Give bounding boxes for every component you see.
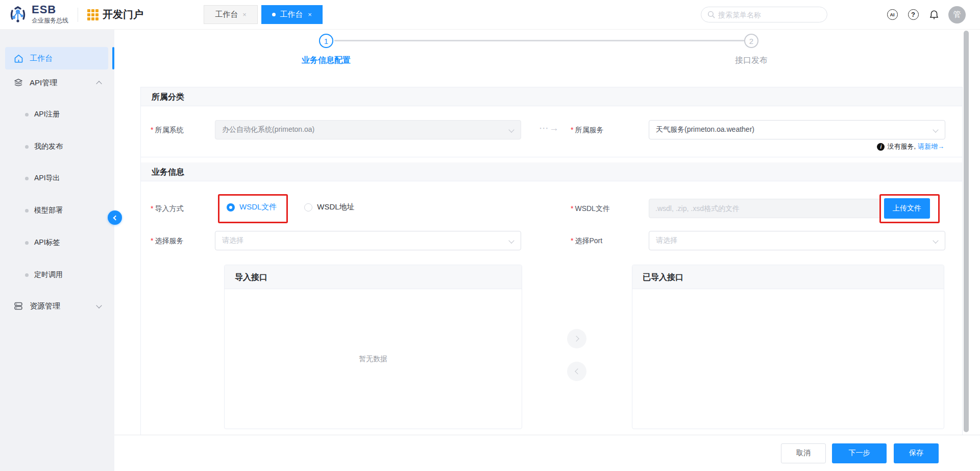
radio-wsdl-url[interactable]: WSDL地址 bbox=[304, 202, 354, 212]
sidebar-item-api-tags[interactable]: API标签 bbox=[0, 232, 114, 253]
transfer-right-button[interactable] bbox=[567, 329, 586, 348]
required-mark: * bbox=[151, 204, 153, 213]
wsdl-file-label: *WSDL文件 bbox=[571, 204, 610, 214]
no-service-text: 没有服务, bbox=[887, 142, 916, 151]
sidebar-item-scheduled-call[interactable]: 定时调用 bbox=[0, 265, 114, 285]
tab-label: 工作台 bbox=[280, 10, 303, 19]
radio-wsdl-file[interactable]: WSDL文件 bbox=[227, 202, 277, 212]
panel-title: 导入接口 bbox=[225, 265, 522, 289]
vertical-scrollbar[interactable] bbox=[964, 31, 969, 432]
transfer-left-button[interactable] bbox=[567, 362, 586, 381]
system-select-value: 办公自动化系统(primeton.oa) bbox=[222, 125, 314, 134]
header-actions: AI ? 管 bbox=[701, 6, 980, 23]
main-content: 1 2 业务信息配置 接口发布 所属分类 *所属系统 办公自动化系统(prime… bbox=[114, 30, 980, 471]
sidebar-item-my-publish[interactable]: 我的发布 bbox=[0, 136, 114, 157]
save-button[interactable]: 保存 bbox=[894, 443, 939, 463]
panel-title: 已导入接口 bbox=[632, 265, 944, 289]
step-1-label: 业务信息配置 bbox=[275, 55, 377, 66]
logo-title: ESB bbox=[32, 4, 68, 15]
header-divider bbox=[78, 8, 78, 22]
notification-button[interactable] bbox=[928, 9, 940, 21]
tab-bar: 工作台 × 工作台 × bbox=[204, 5, 323, 24]
add-service-link[interactable]: 请新增→ bbox=[918, 142, 944, 151]
sidebar-item-label: API导出 bbox=[34, 174, 60, 183]
bullet-icon bbox=[25, 113, 29, 116]
sidebar-group-label: 资源管理 bbox=[30, 301, 60, 311]
app-root: ESB 企业服务总线 开发门户 工作台 × 工作台 × bbox=[0, 0, 980, 471]
sidebar-group-resources[interactable]: 资源管理 bbox=[0, 295, 114, 317]
tab-close-icon[interactable]: × bbox=[308, 11, 312, 18]
sidebar-item-label: API注册 bbox=[34, 110, 60, 119]
chevron-up-icon bbox=[97, 79, 101, 87]
required-mark: * bbox=[151, 237, 153, 245]
step-2-circle: 2 bbox=[744, 34, 758, 48]
imported-interface-panel: 已导入接口 bbox=[632, 265, 944, 429]
wsdl-file-input[interactable] bbox=[649, 199, 881, 218]
next-step-button[interactable]: 下一步 bbox=[832, 443, 887, 463]
sidebar-item-label: 定时调用 bbox=[34, 270, 63, 279]
sidebar-collapse-button[interactable] bbox=[108, 210, 122, 225]
select-port-label: *选择Port bbox=[571, 237, 602, 246]
search-icon bbox=[707, 11, 715, 18]
required-mark: * bbox=[151, 126, 153, 134]
chevron-down-icon bbox=[933, 238, 938, 243]
menu-search[interactable] bbox=[701, 7, 827, 22]
esb-logo-icon bbox=[8, 5, 28, 25]
upload-file-button[interactable]: 上传文件 bbox=[884, 198, 930, 219]
portal-grid-icon bbox=[87, 9, 99, 20]
active-dot-icon bbox=[272, 13, 276, 16]
ai-assistant-button[interactable]: AI bbox=[886, 9, 898, 21]
system-label: *所属系统 bbox=[151, 126, 183, 135]
sidebar-item-workbench[interactable]: 工作台 bbox=[0, 47, 114, 69]
chevron-left-icon bbox=[113, 215, 118, 220]
info-icon: i bbox=[877, 143, 885, 151]
sidebar-item-model-deploy[interactable]: 模型部署 bbox=[0, 200, 114, 221]
home-icon bbox=[13, 53, 23, 63]
footer-action-bar: 取消 下一步 保存 bbox=[114, 435, 980, 471]
select-placeholder: 请选择 bbox=[222, 236, 243, 245]
section-divider bbox=[141, 157, 962, 157]
user-avatar[interactable]: 管 bbox=[948, 6, 966, 23]
tab-close-icon[interactable]: × bbox=[242, 11, 247, 18]
cancel-button[interactable]: 取消 bbox=[781, 443, 826, 463]
panel-body: 暂无数据 bbox=[225, 289, 522, 429]
select-service-dropdown[interactable]: 请选择 bbox=[215, 231, 521, 250]
tab-workbench-active[interactable]: 工作台 × bbox=[261, 5, 323, 24]
sidebar-item-label: API标签 bbox=[34, 238, 60, 247]
radio-label: WSDL文件 bbox=[239, 202, 277, 212]
tab-workbench-inactive[interactable]: 工作台 × bbox=[204, 5, 258, 24]
ai-icon: AI bbox=[887, 9, 898, 20]
empty-placeholder: 暂无数据 bbox=[359, 355, 387, 364]
service-select[interactable]: 天气服务(primeton.oa.weather) bbox=[649, 120, 945, 139]
import-mode-radio-group: WSDL文件 WSDL地址 bbox=[227, 202, 355, 212]
bullet-icon bbox=[25, 273, 29, 277]
bullet-icon bbox=[25, 177, 29, 180]
help-button[interactable]: ? bbox=[907, 9, 919, 21]
sidebar-group-api[interactable]: API管理 bbox=[0, 72, 114, 94]
bullet-icon bbox=[25, 241, 29, 245]
system-select[interactable]: 办公自动化系统(primeton.oa) bbox=[215, 120, 521, 139]
radio-label: WSDL地址 bbox=[317, 202, 354, 212]
service-label: *所属服务 bbox=[571, 126, 603, 135]
service-select-value: 天气服务(primeton.oa.weather) bbox=[656, 125, 754, 134]
bullet-icon bbox=[25, 145, 29, 149]
sidebar: 工作台 API管理 API注册 我的发布 API导出 bbox=[0, 30, 114, 471]
select-placeholder: 请选择 bbox=[656, 236, 677, 245]
sidebar-item-api-export[interactable]: API导出 bbox=[0, 168, 114, 189]
select-port-dropdown[interactable]: 请选择 bbox=[649, 231, 945, 250]
sidebar-item-label: 工作台 bbox=[30, 54, 53, 63]
help-icon: ? bbox=[908, 9, 919, 20]
step-2-label: 接口发布 bbox=[700, 55, 802, 66]
select-service-label: *选择服务 bbox=[151, 237, 183, 246]
sidebar-item-api-register[interactable]: API注册 bbox=[0, 104, 114, 125]
logo-subtitle: 企业服务总线 bbox=[32, 16, 68, 25]
chevron-down-icon bbox=[933, 127, 938, 132]
esb-logo: ESB 企业服务总线 bbox=[8, 4, 68, 25]
layers-icon bbox=[13, 78, 23, 88]
radio-selected-icon bbox=[227, 203, 235, 211]
chevron-down-icon bbox=[508, 127, 514, 132]
sidebar-item-label: 我的发布 bbox=[34, 142, 63, 151]
top-header: ESB 企业服务总线 开发门户 工作台 × 工作台 × bbox=[0, 0, 980, 30]
panel-body bbox=[632, 289, 944, 429]
search-input[interactable] bbox=[718, 11, 821, 19]
